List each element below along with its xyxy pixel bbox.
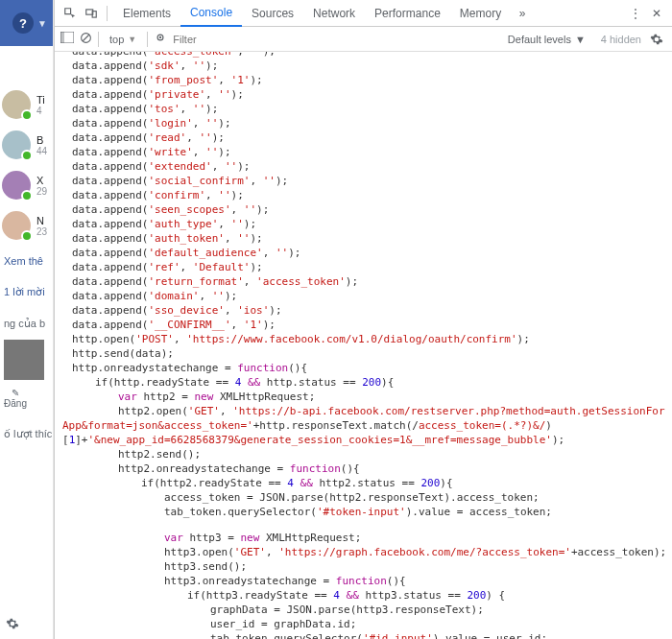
contact-subtext: 29 — [36, 186, 54, 197]
your-posts-label: ng của b — [0, 300, 53, 336]
devtools-tabs: ElementsConsoleSourcesNetworkPerformance… — [113, 0, 511, 27]
console-line: data.append('return_format', 'access_tok… — [55, 274, 672, 289]
console-line: var http3 = new XMLHttpRequest; — [55, 531, 672, 545]
online-badge-icon — [21, 230, 33, 242]
online-badge-icon — [21, 109, 33, 121]
console-line: data.append('ref', 'Default'); — [55, 260, 672, 274]
clear-console-icon[interactable] — [80, 32, 92, 47]
console-line: data.append('write', ''); — [55, 145, 672, 159]
console-line: if(http.readyState == 4 && http.status =… — [55, 375, 672, 390]
tab-sources[interactable]: Sources — [242, 0, 303, 27]
console-line: data.append('default_audience', ''); — [55, 246, 672, 260]
console-toolbar: top ▼ Default levels ▼ 4 hidden — [55, 27, 672, 52]
console-line: tab_token.querySelector('#token-input').… — [55, 505, 672, 519]
tab-network[interactable]: Network — [303, 0, 365, 27]
console-line: access_token = JSON.parse(http2.response… — [55, 490, 672, 505]
close-icon[interactable]: ✕ — [647, 4, 666, 23]
chevron-down-icon[interactable]: ▼ — [37, 18, 47, 29]
console-line: data.append('sdk', ''); — [55, 59, 672, 73]
fb-contacts-list: Ti4B44X29N23 — [0, 46, 53, 246]
edit-label: Đăng — [4, 398, 27, 409]
pencil-icon: ✎ — [12, 388, 19, 398]
contact-row[interactable]: X29 — [0, 165, 53, 205]
contact-subtext: 23 — [36, 226, 54, 237]
console-line: data.append('login', ''); — [55, 116, 672, 130]
hidden-messages-count[interactable]: 4 hidden — [601, 34, 641, 45]
console-line: data.append('private', ''); — [55, 87, 672, 102]
inspect-element-icon[interactable] — [60, 4, 80, 23]
console-line: http.send(data); — [55, 346, 672, 361]
tab-elements[interactable]: Elements — [113, 0, 180, 27]
avatar — [2, 130, 31, 159]
contact-name: B — [36, 134, 54, 146]
console-line: http2.onreadystatechange = function(){ — [55, 462, 672, 476]
chevron-down-icon: ▼ — [575, 34, 586, 45]
console-line: data.append('tos', ''); — [55, 102, 672, 116]
separator — [147, 32, 148, 47]
console-line: data.append('auth_token', ''); — [55, 231, 672, 246]
console-line: tab_token.querySelector('#id-input').val… — [55, 631, 672, 639]
kebab-menu-icon[interactable]: ⋮ — [626, 4, 645, 23]
console-sidebar-toggle-icon[interactable] — [60, 32, 74, 46]
console-line: data.append('read', ''); — [55, 130, 672, 145]
more-tabs-icon[interactable]: » — [513, 4, 532, 23]
console-line: data.append('confirm', ''); — [55, 188, 672, 202]
console-line: var http2 = new XMLHttpRequest; — [55, 390, 672, 404]
contact-name: X — [36, 175, 54, 186]
svg-line-5 — [83, 35, 89, 41]
console-output[interactable]: data.append('access_token', '');data.app… — [55, 52, 672, 639]
filter-input[interactable] — [173, 34, 259, 45]
console-line: if(http3.readyState == 4 && http3.status… — [55, 588, 672, 603]
console-line: user_id = graphData.id; — [55, 617, 672, 631]
online-badge-icon — [21, 190, 33, 201]
console-line: http3.send(); — [55, 559, 672, 574]
svg-point-7 — [159, 36, 161, 38]
console-line: data.append('auth_type', ''); — [55, 217, 672, 231]
avatar — [2, 211, 31, 240]
console-line: data.append('seen_scopes', ''); — [55, 202, 672, 217]
tab-performance[interactable]: Performance — [365, 0, 450, 27]
gear-icon[interactable] — [6, 617, 19, 633]
log-levels-selector[interactable]: Default levels ▼ — [508, 34, 586, 45]
console-line: data.append('__CONFIRM__', '1'); — [55, 318, 672, 332]
see-more-link[interactable]: Xem thê — [0, 246, 53, 269]
console-line: http2.send(); — [55, 447, 672, 462]
help-icon[interactable]: ? — [12, 12, 34, 34]
contact-row[interactable]: N23 — [0, 205, 53, 246]
live-expression-icon[interactable] — [154, 31, 167, 47]
context-selector[interactable]: top ▼ — [105, 30, 141, 49]
chevron-down-icon: ▼ — [128, 35, 136, 44]
console-line: graphData = JSON.parse(http3.responseTex… — [55, 603, 672, 617]
console-line: [1]+'&new_app_id=6628568379&generate_ses… — [55, 433, 672, 447]
svg-rect-3 — [60, 32, 64, 43]
avatar — [2, 171, 31, 200]
console-settings-icon[interactable] — [647, 30, 666, 49]
console-line: data.append('from_post', '1'); — [55, 73, 672, 87]
friend-invite-link[interactable]: 1 lời mời — [0, 269, 53, 300]
contact-row[interactable]: B44 — [0, 125, 53, 165]
contact-name: Ti — [36, 94, 54, 106]
post-thumbnail[interactable] — [4, 340, 44, 380]
console-line: http2.open('GET', 'https://b-api.faceboo… — [55, 404, 672, 433]
console-line: data.append('access_token', ''); — [55, 52, 672, 59]
console-line: http.open('POST', 'https://www.facebook.… — [55, 332, 672, 346]
device-toggle-icon[interactable] — [82, 4, 101, 23]
likes-label: ố lượt thíc — [0, 409, 53, 446]
tab-console[interactable]: Console — [180, 0, 242, 27]
separator — [98, 32, 99, 47]
context-label: top — [109, 34, 124, 45]
facebook-sidebar: ? ▼ Ti4B44X29N23 Xem thê 1 lời mời ng củ… — [0, 0, 54, 639]
console-line: data.append('extended', ''); — [55, 159, 672, 174]
console-line: data.append('social_confirm', ''); — [55, 174, 672, 188]
console-line: http.onreadystatechange = function(){ — [55, 361, 672, 375]
avatar — [2, 90, 31, 119]
tab-memory[interactable]: Memory — [450, 0, 511, 27]
console-line: http3.open('GET', 'https://graph.faceboo… — [55, 545, 672, 559]
log-levels-label: Default levels — [508, 34, 571, 45]
contact-name: N — [36, 215, 54, 226]
devtools-panel: ElementsConsoleSourcesNetworkPerformance… — [54, 0, 672, 639]
contact-subtext: 4 — [36, 106, 54, 116]
edit-post-button[interactable]: ✎ Đăng — [4, 388, 27, 409]
contact-row[interactable]: Ti4 — [0, 84, 53, 125]
devtools-tabbar: ElementsConsoleSourcesNetworkPerformance… — [55, 0, 672, 27]
